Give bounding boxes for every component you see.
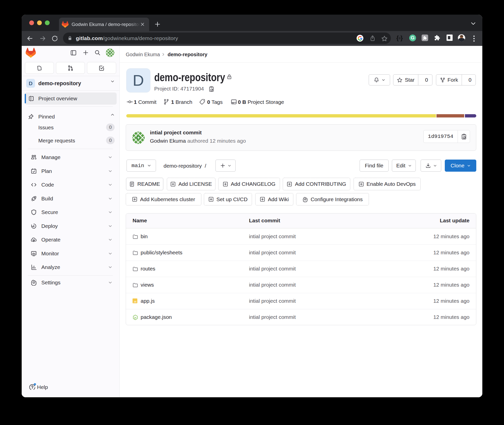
svg-text:js: js <box>134 316 136 319</box>
